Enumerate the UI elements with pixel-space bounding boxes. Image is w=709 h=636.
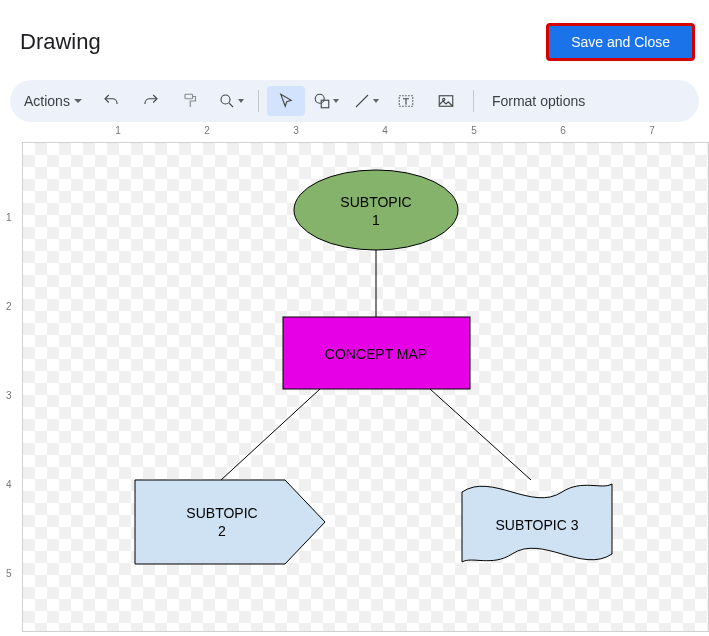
chevron-down-icon [373, 99, 379, 103]
toolbar-separator [473, 90, 474, 112]
chevron-down-icon [74, 99, 82, 103]
chevron-down-icon [333, 99, 339, 103]
ruler-tick: 3 [293, 125, 299, 136]
drawing-canvas[interactable]: SUBTOPIC 1 CONCEPT MAP SUBTOPIC 2 SUBTOP… [22, 142, 709, 632]
save-and-close-button[interactable]: Save and Close [546, 23, 695, 61]
paint-format-icon [182, 92, 200, 110]
ruler-tick: 6 [560, 125, 566, 136]
ruler-tick: 7 [649, 125, 655, 136]
zoom-icon [218, 92, 236, 110]
actions-label: Actions [24, 93, 70, 109]
shape-subtopic-2[interactable]: SUBTOPIC 2 [135, 480, 325, 564]
shape-text: 1 [372, 212, 380, 228]
connector-line[interactable] [430, 389, 531, 480]
toolbar-container: Actions [0, 70, 709, 122]
zoom-button[interactable] [212, 86, 250, 116]
select-tool-button[interactable] [267, 86, 305, 116]
ruler-horizontal: 1 2 3 4 5 6 7 [22, 122, 709, 142]
svg-rect-0 [185, 94, 193, 99]
svg-point-2 [315, 94, 324, 103]
actions-menu-button[interactable]: Actions [16, 86, 90, 116]
connector-line[interactable] [221, 389, 320, 480]
text-box-button[interactable] [387, 86, 425, 116]
toolbar-separator [258, 90, 259, 112]
shape-tool-button[interactable] [307, 86, 345, 116]
chevron-down-icon [238, 99, 244, 103]
ruler-tick: 4 [6, 479, 12, 490]
dialog-header: Drawing Save and Close [0, 0, 709, 70]
ruler-vertical: 1 2 3 4 5 [0, 142, 22, 632]
drawing-svg: SUBTOPIC 1 CONCEPT MAP SUBTOPIC 2 SUBTOP… [22, 142, 709, 632]
svg-point-7 [294, 170, 458, 250]
undo-icon [102, 92, 120, 110]
ruler-tick: 5 [471, 125, 477, 136]
ruler-tick: 2 [204, 125, 210, 136]
redo-icon [142, 92, 160, 110]
toolbar: Actions [10, 80, 699, 122]
shape-text: SUBTOPIC [340, 194, 411, 210]
ruler-tick: 1 [6, 212, 12, 223]
image-icon [437, 92, 455, 110]
shape-subtopic-3[interactable]: SUBTOPIC 3 [462, 484, 612, 562]
line-tool-button[interactable] [347, 86, 385, 116]
shape-text: 2 [218, 523, 226, 539]
text-box-icon [397, 92, 415, 110]
ruler-tick: 1 [115, 125, 121, 136]
shape-text: SUBTOPIC [186, 505, 257, 521]
line-icon [353, 92, 371, 110]
svg-rect-3 [321, 100, 329, 108]
shape-icon [313, 92, 331, 110]
ruler-tick: 3 [6, 390, 12, 401]
shape-concept-map[interactable]: CONCEPT MAP [283, 317, 470, 389]
ruler-tick: 2 [6, 301, 12, 312]
ruler-tick: 4 [382, 125, 388, 136]
undo-button[interactable] [92, 86, 130, 116]
dialog-title: Drawing [20, 29, 101, 55]
shape-subtopic-1[interactable]: SUBTOPIC 1 [294, 170, 458, 250]
image-button[interactable] [427, 86, 465, 116]
shape-text: CONCEPT MAP [325, 346, 427, 362]
ruler-tick: 5 [6, 568, 12, 579]
paint-format-button[interactable] [172, 86, 210, 116]
format-options-button[interactable]: Format options [482, 93, 595, 109]
shape-text: SUBTOPIC 3 [496, 517, 579, 533]
cursor-icon [277, 92, 295, 110]
svg-point-1 [221, 95, 230, 104]
redo-button[interactable] [132, 86, 170, 116]
